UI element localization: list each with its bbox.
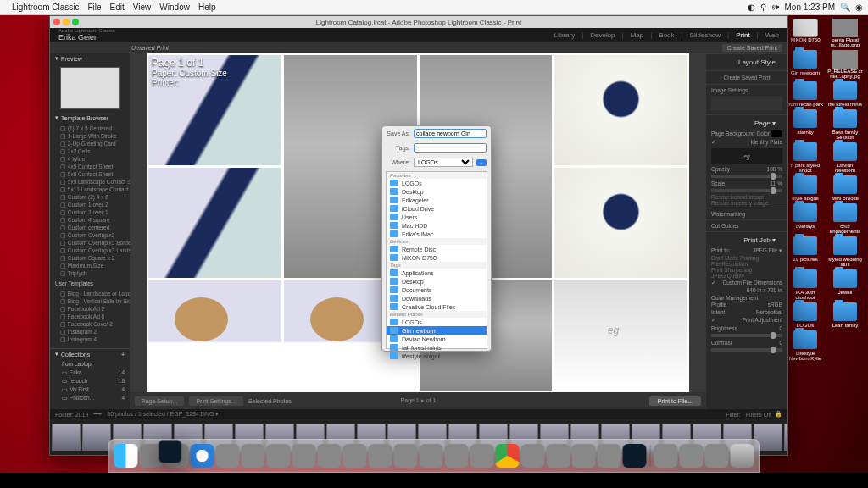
print-settings-button[interactable]: Print Settings... — [189, 396, 242, 406]
selected-photos-dropdown[interactable]: Selected Photos — [248, 398, 292, 404]
location-item[interactable]: Users — [387, 213, 487, 221]
template-item[interactable]: ▢ Custom 2 over 1 — [60, 208, 126, 216]
desktop-icon[interactable]: cruz engagements — [826, 203, 864, 234]
template-item[interactable]: ▢ 2-Up Greeting Card — [60, 140, 126, 147]
desktop-icon[interactable]: penta Floral rs...llage.png — [826, 19, 864, 47]
desktop-icon[interactable]: style abigail — [787, 175, 824, 201]
print-to-dropdown[interactable]: JPEG File ▾ — [753, 247, 782, 254]
menubar-search-icon[interactable]: 🔍 — [840, 3, 850, 12]
location-item[interactable]: NIKON D750 — [387, 253, 487, 262]
dock-mail-icon[interactable] — [394, 444, 418, 468]
dock-finder-icon[interactable] — [114, 444, 138, 468]
menu-file[interactable]: File — [87, 3, 101, 12]
dock-photos-icon[interactable] — [242, 444, 265, 468]
menu-window[interactable]: Window — [159, 3, 190, 12]
dock-doc2-icon[interactable] — [680, 444, 704, 468]
template-item[interactable]: ▢ 1-Large With Stroke — [60, 132, 126, 140]
template-item[interactable]: ▢ 4 Wide — [60, 155, 126, 163]
location-item[interactable]: Downloads — [387, 294, 487, 302]
profile-dropdown[interactable]: sRGB — [768, 302, 782, 308]
status-folder[interactable]: Folder: 2019 — [55, 412, 88, 418]
location-item[interactable]: iCloud Drive — [387, 204, 487, 213]
filmstrip-thumb[interactable] — [52, 424, 81, 451]
template-item[interactable]: ▢ Triptych — [60, 269, 126, 277]
menubar-siri-icon[interactable]: ◉ — [855, 3, 863, 12]
collection-item[interactable]: ▭ retouch18 — [50, 377, 130, 385]
desktop-icon[interactable]: fall forest minis — [826, 81, 864, 107]
collection-set[interactable]: from Laptop — [50, 359, 130, 369]
location-item[interactable]: Mac HDD — [387, 221, 487, 230]
traffic-lights[interactable] — [53, 19, 79, 25]
desktop-icon[interactable]: Gin newborn — [787, 50, 824, 79]
layout-cell[interactable] — [148, 168, 281, 278]
location-item[interactable]: Erika's iMac — [387, 230, 487, 238]
template-item[interactable]: ▢ 5x9 Landscape Contact S... — [60, 178, 126, 186]
module-develop[interactable]: Develop — [590, 31, 615, 39]
image-settings-header[interactable]: Image Settings — [711, 87, 748, 93]
preview-thumbnail[interactable] — [60, 67, 120, 109]
template-item[interactable]: ▢ Custom (2) 4 x 6 — [60, 193, 126, 201]
module-map[interactable]: Map — [631, 31, 644, 39]
user-template-item[interactable]: ▢ Facebook Ad 2 — [60, 305, 126, 313]
location-item[interactable]: Applications — [387, 269, 487, 277]
location-item[interactable]: Erikageier — [387, 196, 487, 204]
desktop-icon[interactable]: 19 pictures — [787, 236, 824, 267]
dock-doc1-icon[interactable] — [654, 444, 678, 468]
menu-view[interactable]: View — [133, 3, 152, 12]
desktop-icon[interactable]: styled wedding stuff — [826, 236, 864, 267]
create-saved-print-button[interactable]: Create Saved Print — [722, 44, 782, 52]
dock-messages-icon[interactable] — [420, 444, 443, 468]
location-item[interactable]: Gin newborn — [387, 326, 487, 335]
location-item[interactable]: Davian Newborn — [387, 335, 487, 343]
dock-reminders-icon[interactable] — [369, 444, 392, 468]
expand-icon[interactable]: ⌄ — [476, 159, 487, 166]
opacity-slider[interactable] — [711, 175, 782, 178]
dock-clock-icon[interactable] — [598, 444, 621, 468]
desktop-icon[interactable]: Jewell — [826, 269, 864, 300]
user-templates-header[interactable]: User Templates — [50, 279, 130, 288]
user-template-item[interactable]: ▢ Facebook Ad 6 — [60, 313, 126, 320]
identity-plate-preview[interactable]: eg — [711, 148, 782, 164]
layout-cell[interactable] — [554, 55, 687, 165]
menu-app[interactable]: Lightroom Classic — [12, 3, 79, 12]
desktop-icon[interactable]: from recan park — [787, 81, 824, 107]
desktop-icon[interactable]: Lifestyle Newborn Kylie — [787, 330, 824, 361]
template-item[interactable]: ▢ Custom Overlap x3 Borde... — [60, 239, 126, 247]
template-item[interactable]: ▢ 2x2 Cells — [60, 147, 126, 155]
dock-ps-icon[interactable] — [623, 444, 647, 468]
location-item[interactable]: lifestyle abigail — [387, 352, 487, 360]
status-count[interactable]: 80 photos / 1 selected / EGP_3284.DNG ▾ — [107, 411, 219, 418]
save-as-input[interactable] — [414, 129, 487, 138]
dock-lr-icon[interactable] — [159, 440, 182, 463]
dock-stocks-icon[interactable] — [445, 444, 469, 468]
module-slideshow[interactable]: Slideshow — [690, 31, 721, 39]
layout-style-header[interactable]: Layout Style — [711, 56, 782, 69]
filmstrip-thumb[interactable] — [784, 424, 787, 451]
dock-cal-icon[interactable] — [318, 444, 342, 468]
template-item[interactable]: ▢ Custom Overlap x3 — [60, 231, 126, 239]
template-item[interactable]: ▢ Custom centered — [60, 224, 126, 231]
bg-color-swatch[interactable] — [771, 130, 782, 137]
dock-notes-icon[interactable] — [343, 444, 367, 468]
collection-item[interactable]: ▭ Photosh...4 — [50, 394, 130, 402]
desktop-icon[interactable]: Leah family — [826, 302, 864, 328]
location-item[interactable]: Creative Cloud Files — [387, 302, 487, 311]
collection-item[interactable]: ▭ Erika14 — [50, 369, 130, 377]
intent-dropdown[interactable]: Perceptual — [756, 309, 782, 315]
layout-cell[interactable]: eg — [554, 280, 687, 391]
desktop-icon[interactable]: Mini Brooke — [826, 175, 864, 201]
desktop-icon[interactable]: Bass family Session — [826, 109, 864, 140]
where-dropdown[interactable]: LOGOs — [414, 158, 473, 167]
preview-header[interactable]: ▾ Preview — [50, 53, 130, 64]
desktop-icon[interactable]: overlays — [787, 203, 824, 234]
desktop-icon[interactable]: aternity — [787, 109, 824, 140]
desktop-icon[interactable]: n park styled shoot — [787, 142, 824, 173]
location-item[interactable]: Documents — [387, 286, 487, 294]
filters-off-dropdown[interactable]: Filters Off — [746, 412, 771, 418]
user-template-item[interactable]: ▢ Blog - Vertical Side by Side — [60, 297, 126, 305]
menu-edit[interactable]: Edit — [110, 3, 125, 12]
module-print[interactable]: Print — [736, 31, 749, 39]
brightness-slider[interactable] — [711, 334, 782, 337]
filter-lock-icon[interactable]: 🔒 — [775, 411, 782, 418]
dock-siri-icon[interactable] — [547, 444, 570, 468]
